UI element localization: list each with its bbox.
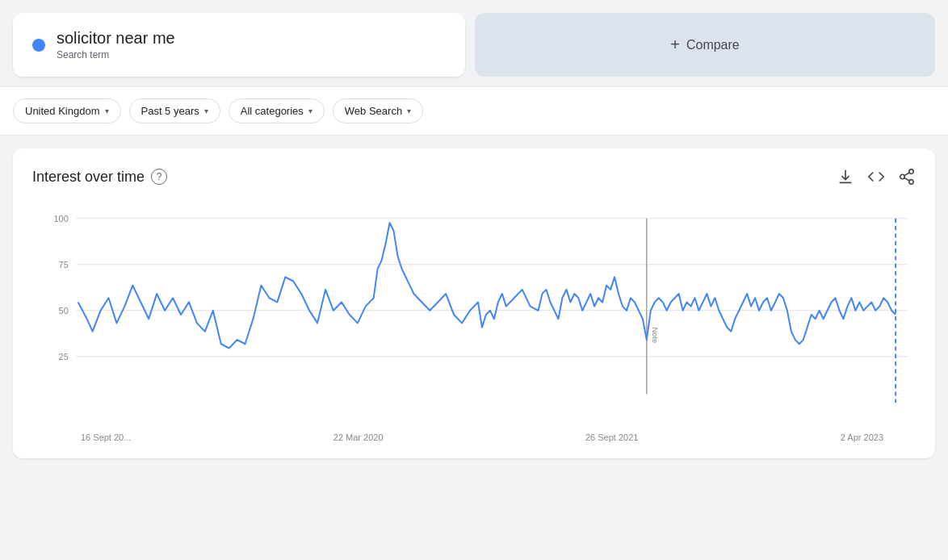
top-section: solicitor near me Search term + Compare bbox=[0, 0, 948, 86]
svg-point-0 bbox=[909, 169, 914, 174]
chart-container: 100 75 50 25 Note bbox=[32, 202, 916, 428]
svg-text:75: 75 bbox=[59, 260, 69, 270]
region-chevron-icon: ▾ bbox=[105, 107, 109, 115]
svg-text:100: 100 bbox=[54, 214, 69, 224]
time-chevron-icon: ▾ bbox=[204, 107, 208, 115]
svg-text:50: 50 bbox=[59, 306, 69, 316]
x-axis-labels: 16 Sept 20... 22 Mar 2020 26 Sept 2021 2… bbox=[32, 428, 916, 442]
category-chevron-icon: ▾ bbox=[308, 107, 313, 115]
chart-actions bbox=[837, 168, 916, 186]
compare-card[interactable]: + Compare bbox=[475, 13, 935, 77]
region-filter-label: United Kingdom bbox=[25, 105, 100, 117]
x-label-0: 16 Sept 20... bbox=[81, 433, 131, 442]
svg-text:25: 25 bbox=[59, 352, 69, 361]
svg-line-3 bbox=[904, 178, 909, 181]
search-term-card: solicitor near me Search term bbox=[13, 13, 465, 77]
svg-text:Note: Note bbox=[651, 328, 659, 344]
x-label-3: 2 Apr 2023 bbox=[841, 433, 883, 442]
svg-line-4 bbox=[904, 173, 909, 176]
category-filter-button[interactable]: All categories ▾ bbox=[229, 98, 325, 123]
time-filter-label: Past 5 years bbox=[141, 105, 199, 117]
search-term-info: solicitor near me Search term bbox=[57, 29, 175, 61]
chart-title: Interest over time bbox=[32, 169, 145, 186]
category-filter-label: All categories bbox=[241, 105, 304, 117]
chart-section: Interest over time ? bbox=[13, 148, 935, 458]
svg-point-2 bbox=[909, 180, 914, 185]
embed-code-button[interactable] bbox=[867, 168, 885, 186]
chart-svg: 100 75 50 25 Note bbox=[32, 202, 916, 428]
time-filter-button[interactable]: Past 5 years ▾ bbox=[129, 98, 220, 123]
region-filter-button[interactable]: United Kingdom ▾ bbox=[13, 98, 121, 123]
search-type-filter-button[interactable]: Web Search ▾ bbox=[333, 98, 423, 123]
search-type-filter-label: Web Search bbox=[345, 105, 402, 117]
chart-title-group: Interest over time ? bbox=[32, 169, 167, 186]
filters-section: United Kingdom ▾ Past 5 years ▾ All cate… bbox=[0, 86, 948, 136]
search-type-chevron-icon: ▾ bbox=[407, 107, 411, 115]
x-label-2: 26 Sept 2021 bbox=[585, 433, 638, 442]
download-button[interactable] bbox=[837, 168, 854, 186]
blue-dot-indicator bbox=[32, 39, 45, 52]
info-icon[interactable]: ? bbox=[151, 169, 167, 185]
share-button[interactable] bbox=[898, 168, 916, 186]
compare-plus-icon: + bbox=[670, 36, 680, 54]
compare-label: Compare bbox=[686, 38, 740, 52]
search-term-label: Search term bbox=[57, 49, 175, 61]
chart-header: Interest over time ? bbox=[32, 168, 916, 186]
search-term-text: solicitor near me bbox=[57, 29, 175, 48]
svg-point-1 bbox=[900, 174, 905, 179]
x-label-1: 22 Mar 2020 bbox=[333, 433, 384, 442]
